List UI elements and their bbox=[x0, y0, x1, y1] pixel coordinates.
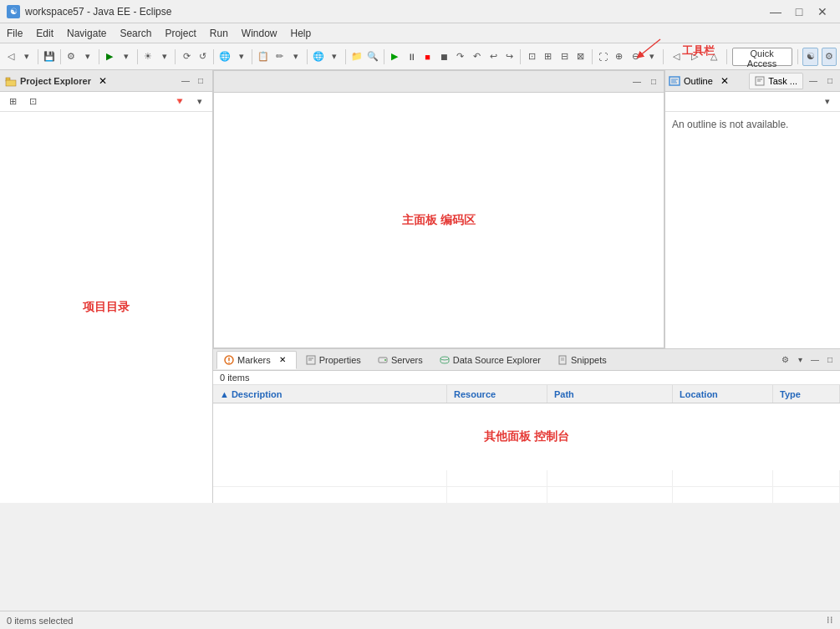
panel-header-controls: — □ bbox=[179, 74, 207, 88]
toolbar-btn-20[interactable]: ↶ bbox=[470, 48, 485, 66]
toolbar-btn-10[interactable]: 🌐 bbox=[217, 48, 232, 66]
status-dots: ⁞⁞ bbox=[827, 615, 833, 625]
menu-window[interactable]: Window bbox=[235, 23, 284, 43]
outline-maximize-btn[interactable]: □ bbox=[823, 74, 837, 88]
editor-annotation: 主面板 编码区 bbox=[402, 213, 476, 228]
toolbar-btn-16[interactable]: 📁 bbox=[349, 48, 364, 66]
table-cell bbox=[213, 487, 447, 503]
pe-menu-btn[interactable]: ▾ bbox=[191, 93, 209, 111]
bottom-panel-min-btn[interactable]: ▾ bbox=[793, 353, 807, 367]
toolbar-btn-24[interactable]: ⊞ bbox=[541, 48, 556, 66]
toolbar-btn-run[interactable]: ▶ bbox=[102, 48, 117, 66]
toolbar-btn-29[interactable]: ⊖ bbox=[629, 48, 644, 66]
tab-datasource[interactable]: Data Source Explorer bbox=[432, 351, 548, 369]
close-button[interactable]: ✕ bbox=[812, 3, 833, 20]
toolbar-btn-nav-fwd[interactable]: ▷ bbox=[687, 48, 702, 66]
outline-message: An outline is not available. bbox=[672, 119, 788, 130]
toolbar-btn-30[interactable]: ▾ bbox=[644, 48, 659, 66]
bottom-panel-maximize-btn[interactable]: □ bbox=[823, 353, 837, 367]
toolbar-btn-3[interactable]: ⚙ bbox=[64, 48, 79, 66]
panel-minimize-btn[interactable]: — bbox=[179, 74, 192, 88]
menu-navigate[interactable]: Navigate bbox=[60, 23, 113, 43]
toolbar-sep-right3 bbox=[797, 49, 798, 64]
maximize-button[interactable]: □ bbox=[788, 3, 810, 20]
menu-help[interactable]: Help bbox=[284, 23, 318, 43]
app-icon: ☯ bbox=[7, 5, 20, 18]
outline-close[interactable]: ✕ bbox=[718, 74, 731, 88]
toolbar-btn-14[interactable]: ▾ bbox=[288, 48, 303, 66]
tab-snippets[interactable]: Snippets bbox=[550, 351, 614, 369]
tab-servers[interactable]: Servers bbox=[370, 351, 430, 369]
table-row bbox=[213, 470, 840, 487]
toolbar-btn-back[interactable]: ◁ bbox=[3, 48, 18, 66]
project-explorer-header: Project Explorer ✕ — □ bbox=[0, 70, 212, 92]
toolbar-btn-nav-back[interactable]: ◁ bbox=[669, 48, 684, 66]
toolbar-btn-22[interactable]: ↪ bbox=[502, 48, 517, 66]
toolbar-btn-4[interactable]: ▾ bbox=[80, 48, 95, 66]
tab-markers-close[interactable]: ✕ bbox=[276, 353, 289, 367]
col-resource: Resource bbox=[447, 385, 547, 403]
toolbar-sep-12 bbox=[592, 49, 593, 64]
toolbar-btn-play-green[interactable]: ▶ bbox=[388, 48, 403, 66]
toolbar-btn-5[interactable]: ▾ bbox=[119, 48, 134, 66]
toolbar-btn-8[interactable]: ⟳ bbox=[179, 48, 194, 66]
tab-markers[interactable]: Markers ✕ bbox=[216, 351, 297, 369]
toolbar-btn-perspective1[interactable]: ☯ bbox=[802, 48, 817, 66]
panel-maximize-btn[interactable]: □ bbox=[194, 74, 207, 88]
toolbar-btn-27[interactable]: ⛶ bbox=[595, 48, 610, 66]
task-tab[interactable]: Task ... bbox=[749, 73, 803, 89]
svg-point-12 bbox=[228, 362, 230, 363]
toolbar-btn-stop[interactable]: ■ bbox=[420, 48, 435, 66]
bottom-panel-minimize-btn[interactable]: — bbox=[808, 353, 822, 367]
toolbar-btn-28[interactable]: ⊕ bbox=[612, 48, 627, 66]
toolbar-btn-17[interactable]: 🔍 bbox=[365, 48, 380, 66]
toolbar-sep-right2 bbox=[726, 49, 727, 64]
toolbar-btn-18[interactable]: ⏹ bbox=[436, 48, 451, 66]
toolbar-btn-15[interactable]: ▾ bbox=[327, 48, 342, 66]
toolbar-btn-globe2[interactable]: 🌐 bbox=[311, 48, 326, 66]
toolbar-btn-9[interactable]: ↺ bbox=[196, 48, 211, 66]
toolbar-btn-23[interactable]: ⊡ bbox=[524, 48, 539, 66]
pe-link-btn[interactable]: ⊡ bbox=[23, 93, 42, 111]
editor-content: 主面板 编码区 bbox=[214, 93, 664, 347]
menu-project[interactable]: Project bbox=[158, 23, 202, 43]
toolbar-btn-12[interactable]: 📋 bbox=[256, 48, 271, 66]
menu-file[interactable]: File bbox=[0, 23, 29, 43]
toolbar-btn-7[interactable]: ▾ bbox=[157, 48, 172, 66]
toolbar-btn-2[interactable]: 💾 bbox=[42, 48, 57, 66]
toolbar-sep-9 bbox=[345, 49, 346, 64]
servers-icon bbox=[378, 355, 388, 365]
menu-edit[interactable]: Edit bbox=[29, 23, 60, 43]
toolbar-btn-nav-up[interactable]: △ bbox=[705, 48, 720, 66]
tab-snippets-label: Snippets bbox=[571, 355, 607, 365]
menu-run[interactable]: Run bbox=[203, 23, 235, 43]
col-path: Path bbox=[547, 385, 673, 403]
toolbar-btn-11[interactable]: ▾ bbox=[234, 48, 249, 66]
outline-menu-btn[interactable]: ▾ bbox=[818, 93, 837, 111]
pe-filter-btn[interactable]: 🔻 bbox=[171, 93, 189, 111]
toolbar-sep-11 bbox=[520, 49, 521, 64]
toolbar-btn-25[interactable]: ⊟ bbox=[557, 48, 572, 66]
pe-collapse-btn[interactable]: ⊞ bbox=[3, 93, 22, 111]
menu-search[interactable]: Search bbox=[113, 23, 158, 43]
bottom-tabs: Markers ✕ Properties Serv bbox=[213, 349, 840, 371]
bottom-panel-menu-btn[interactable]: ⚙ bbox=[778, 353, 792, 367]
minimize-button[interactable]: — bbox=[765, 3, 787, 20]
project-explorer-close[interactable]: ✕ bbox=[96, 74, 109, 88]
outline-minimize-btn[interactable]: — bbox=[807, 74, 820, 88]
toolbar-btn-13[interactable]: ✏ bbox=[272, 48, 288, 66]
editor-minimize-btn[interactable]: — bbox=[630, 75, 644, 89]
toolbar-btn-pause[interactable]: ⏸ bbox=[404, 48, 419, 66]
svg-point-17 bbox=[384, 359, 386, 361]
editor-maximize-btn[interactable]: □ bbox=[647, 75, 660, 89]
table-annotation-row: 其他面板 控制台 bbox=[213, 403, 840, 470]
toolbar-btn-19[interactable]: ↷ bbox=[453, 48, 468, 66]
toolbar-btn-6[interactable]: ☀ bbox=[140, 48, 155, 66]
markers-icon bbox=[224, 355, 234, 365]
tab-properties[interactable]: Properties bbox=[298, 351, 369, 369]
toolbar-btn-26[interactable]: ⊠ bbox=[573, 48, 588, 66]
toolbar-btn-21[interactable]: ↩ bbox=[486, 48, 501, 66]
toolbar-btn-perspective2[interactable]: ⚙ bbox=[822, 48, 837, 66]
quick-access-button[interactable]: Quick Access bbox=[732, 48, 792, 66]
toolbar-btn-1[interactable]: ▾ bbox=[20, 48, 35, 66]
